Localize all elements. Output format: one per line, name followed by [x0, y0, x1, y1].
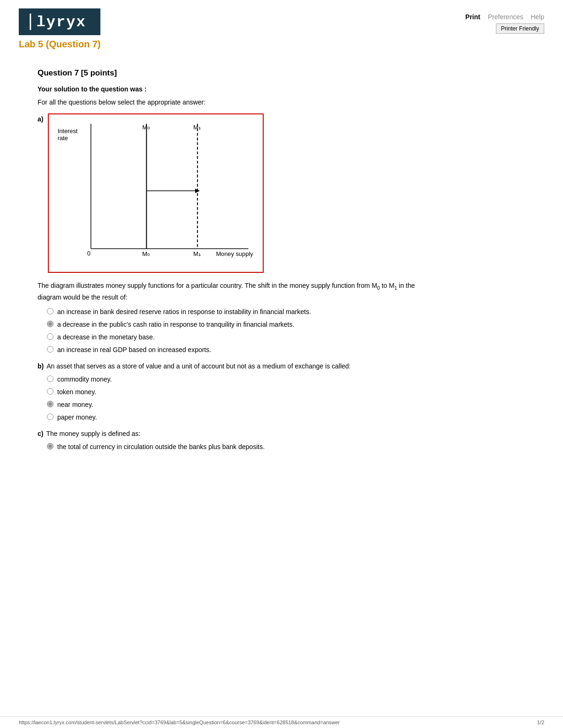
list-item: near money.: [47, 400, 525, 410]
part-c-text: The money supply is defined as:: [46, 430, 140, 437]
solution-subheading: Your solution to the question was :: [38, 85, 525, 93]
footer-page: 1/2: [537, 720, 544, 725]
part-a-graph-wrapper: Interest rate 0 M₀ M₁: [48, 113, 264, 273]
option-text-1: an increase in bank desired reserve rati…: [57, 307, 311, 317]
option-text-3: a decrease in the monetary base.: [57, 332, 155, 342]
part-c-letter: c): [38, 430, 43, 437]
list-item: the total of currency in circulation out…: [47, 442, 525, 452]
logo-box: |lyryx: [19, 8, 100, 35]
intro-text: For all the questions below select the a…: [38, 98, 525, 106]
option-text-2: a decrease in the public's cash ratio in…: [57, 320, 294, 330]
radio-b-option-3[interactable]: [47, 401, 53, 407]
svg-text:0: 0: [87, 250, 91, 257]
radio-option-1[interactable]: [47, 308, 53, 315]
radio-c-option-1[interactable]: [47, 443, 53, 450]
svg-text:M₁: M₁: [193, 124, 201, 131]
main-content: Question 7 [5 points] Your solution to t…: [0, 54, 563, 488]
option-b-text-4: paper money.: [57, 413, 97, 422]
option-b-text-2: token money.: [57, 387, 96, 397]
part-a: a) Interest rate 0 M₀: [38, 113, 525, 273]
list-item: a decrease in the public's cash ratio in…: [47, 320, 525, 330]
radio-b-option-2[interactable]: [47, 388, 53, 395]
part-c: c) The money supply is defined as: the t…: [38, 430, 525, 452]
list-item: a decrease in the monetary base.: [47, 332, 525, 342]
part-b-letter: b): [38, 362, 44, 370]
radio-option-3[interactable]: [47, 333, 53, 340]
svg-text:Interest: Interest: [58, 128, 78, 135]
question-heading: Question 7 [5 points]: [38, 68, 525, 78]
printer-friendly-button[interactable]: Printer Friendly: [496, 23, 544, 34]
radio-b-option-4[interactable]: [47, 413, 53, 420]
radio-option-4[interactable]: [47, 346, 53, 353]
option-c-text-1: the total of currency in circulation out…: [57, 442, 265, 452]
list-item: an increase in bank desired reserve rati…: [47, 307, 525, 317]
part-b-text: An asset that serves as a store of value…: [46, 362, 350, 370]
graph-svg: Interest rate 0 M₀ M₁: [53, 119, 258, 267]
part-c-header: c) The money supply is defined as:: [38, 430, 525, 437]
part-b: b) An asset that serves as a store of va…: [38, 362, 525, 422]
part-a-letter: a): [38, 115, 43, 123]
part-a-description-area: The diagram illustrates money supply fun…: [38, 280, 525, 355]
part-b-options: commodity money. token money. near money…: [47, 375, 525, 422]
svg-text:M₀: M₀: [143, 250, 150, 257]
radio-b-option-1[interactable]: [47, 375, 53, 382]
list-item: commodity money.: [47, 375, 525, 384]
help-link[interactable]: Help: [531, 13, 544, 21]
footer-url: https://laecon1.lyryx.com/student-servle…: [19, 720, 340, 725]
list-item: an increase in real GDP based on increas…: [47, 345, 525, 355]
print-link[interactable]: Print: [465, 13, 480, 21]
nav-links: Print Preferences Help: [465, 13, 544, 21]
radio-option-2[interactable]: [47, 321, 53, 327]
part-a-description: The diagram illustrates money supply fun…: [38, 280, 422, 302]
list-item: paper money.: [47, 413, 525, 422]
pipe-char: |: [25, 12, 37, 31]
header: |lyryx Lab 5 (Question 7) Print Preferen…: [0, 0, 563, 54]
lab-title: Lab 5 (Question 7): [19, 39, 100, 50]
option-b-text-1: commodity money.: [57, 375, 112, 384]
option-b-text-3: near money.: [57, 400, 93, 410]
part-c-options: the total of currency in circulation out…: [47, 442, 525, 452]
svg-text:Money supply: Money supply: [216, 250, 254, 257]
part-a-options: an increase in bank desired reserve rati…: [47, 307, 525, 355]
logo-text: |lyryx: [25, 12, 86, 31]
svg-text:M₀: M₀: [143, 124, 150, 131]
part-b-header: b) An asset that serves as a store of va…: [38, 362, 525, 370]
graph-box: Interest rate 0 M₀ M₁: [48, 113, 264, 273]
preferences-link[interactable]: Preferences: [488, 13, 523, 21]
svg-text:rate: rate: [58, 135, 68, 142]
list-item: token money.: [47, 387, 525, 397]
logo-area: |lyryx Lab 5 (Question 7): [19, 8, 100, 50]
svg-text:M₁: M₁: [193, 250, 201, 257]
nav-area: Print Preferences Help Printer Friendly: [465, 8, 544, 34]
option-text-4: an increase in real GDP based on increas…: [57, 345, 211, 355]
footer: https://laecon1.lyryx.com/student-servle…: [0, 716, 563, 728]
